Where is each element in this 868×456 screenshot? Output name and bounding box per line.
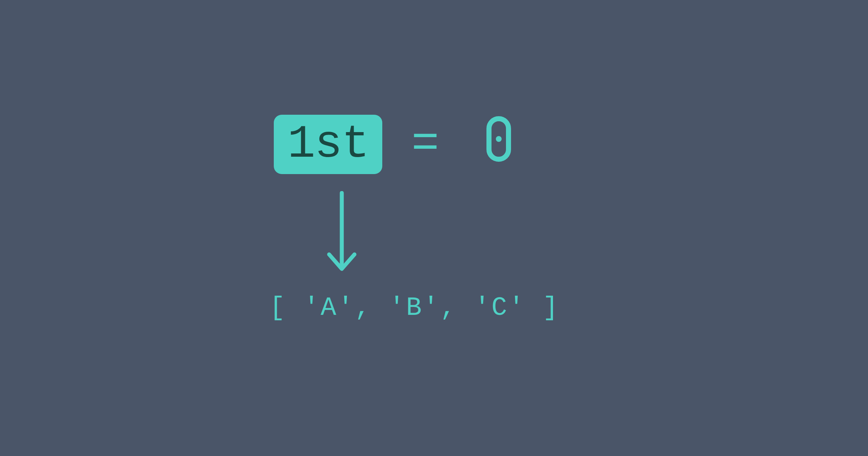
index-value (486, 116, 511, 173)
svg-point-1 (496, 136, 502, 142)
array-literal: [ 'A', 'B', 'C' ] (269, 293, 560, 323)
ordinal-badge: 1st (274, 115, 382, 174)
zero-index-diagram: 1st = [ 'A', 'B', 'C' ] (0, 0, 868, 456)
equals-operator: = (411, 121, 439, 168)
equation-row: 1st = (274, 115, 511, 174)
badge-label: 1st (288, 118, 369, 170)
down-arrow-icon (324, 191, 360, 273)
